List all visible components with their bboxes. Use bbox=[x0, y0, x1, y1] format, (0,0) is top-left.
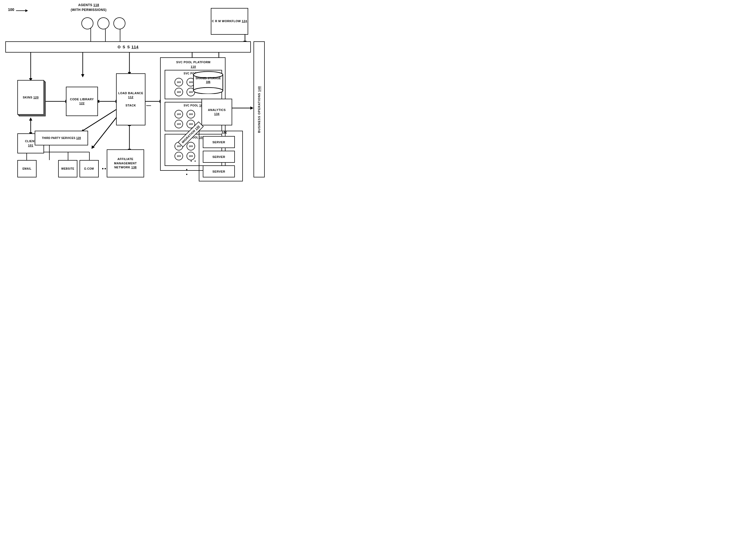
ref-100: 100 bbox=[8, 8, 14, 12]
svg-marker-66 bbox=[25, 9, 28, 12]
server-container bbox=[199, 131, 243, 181]
node-108-3: 103 bbox=[175, 152, 183, 160]
node-104-3: 103 bbox=[175, 120, 183, 128]
node-102-3: 103 bbox=[175, 88, 183, 96]
svc-dots: •• bbox=[186, 167, 189, 177]
crm-workflow-box: C R M WORKFLOW 124 bbox=[211, 8, 248, 35]
skins-stack: SKINS 120 bbox=[17, 80, 44, 115]
svg-marker-46 bbox=[29, 118, 32, 120]
third-party-services-box: THIRD PARTY SERVICES 128 bbox=[35, 131, 88, 146]
svg-marker-54 bbox=[92, 146, 95, 149]
affiliate-net-box: AFFILIATE MANAGEMENT NETWORK 138 bbox=[107, 149, 144, 177]
agent-circle-3 bbox=[113, 17, 125, 29]
agents-label: AGENTS 118 (WITH PERMISSIONS) bbox=[71, 3, 106, 12]
svc-platform-label: SVC POOL PLATFORM 110 bbox=[161, 60, 226, 69]
website-box: WEBSITE bbox=[58, 160, 77, 177]
biz-ops-bar: BUSINESS OPERATIONS 140 bbox=[254, 41, 265, 177]
skins-box: SKINS 120 bbox=[17, 80, 44, 115]
shared-storage: SHARED STORAGE 106 bbox=[192, 70, 224, 94]
agent-circle-2 bbox=[97, 17, 109, 29]
node-108-2: 103 bbox=[187, 142, 195, 150]
oss-bar: O S S 114 bbox=[5, 41, 251, 53]
analytics-box: ANALYTICS 134 bbox=[202, 99, 232, 125]
email-box: EMAIL bbox=[17, 160, 37, 177]
node-104-1: 103 bbox=[175, 110, 183, 119]
svg-point-69 bbox=[194, 88, 223, 94]
lb-dash: — bbox=[146, 103, 151, 108]
load-balance-box: LOAD BALANCE 112 STACK bbox=[116, 73, 146, 125]
node-104-2: 103 bbox=[187, 110, 195, 119]
svg-marker-15 bbox=[81, 74, 84, 77]
diagram: 100 AGENTS 118 (WITH PERMISSIONS) C R M … bbox=[0, 0, 267, 188]
ref-100-arrow bbox=[15, 7, 28, 15]
svg-marker-44 bbox=[250, 106, 254, 110]
code-library-box: CODE LIBRARY122 bbox=[66, 87, 98, 116]
node-102-1: 103 bbox=[175, 78, 183, 87]
shared-storage-label: SHARED STORAGE 106 bbox=[192, 77, 224, 84]
ecom-box: E-COM bbox=[80, 160, 99, 177]
pool-dots: • • bbox=[191, 159, 197, 163]
agent-circle-1 bbox=[81, 17, 94, 29]
